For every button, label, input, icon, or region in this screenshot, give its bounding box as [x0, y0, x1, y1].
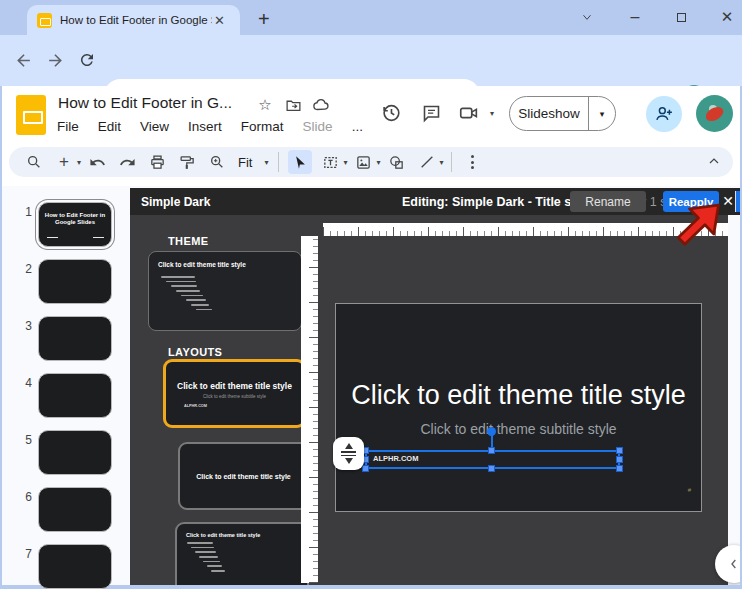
resize-handle-top-right[interactable] [616, 447, 623, 454]
toolbar-search-icon[interactable] [22, 150, 46, 174]
slideshow-caret-icon[interactable]: ▾ [589, 109, 615, 119]
filmstrip-slide-6[interactable] [38, 487, 112, 532]
forward-icon[interactable] [44, 49, 66, 71]
layout2-title: Click to edit theme title style [180, 473, 307, 480]
layout-section-header[interactable]: Click to edit theme title style [178, 442, 309, 510]
new-slide-plus-icon[interactable]: + [52, 150, 76, 174]
slide1-footer-dash [47, 237, 58, 239]
document-title[interactable]: How to Edit Footer in G... [58, 94, 232, 112]
reorder-stepper-widget[interactable] [333, 437, 364, 470]
browser-titlebar: How to Edit Footer in Google Slid ✕ + – … [0, 0, 742, 35]
select-tool-icon[interactable] [288, 150, 312, 174]
window-menu-chevron-icon[interactable] [572, 4, 602, 30]
theme-title-placeholder[interactable]: Click to edit theme title style [336, 380, 701, 411]
filmstrip-slide-7[interactable] [38, 544, 112, 589]
zoom-fit-label[interactable]: Fit [238, 155, 252, 170]
footer-text[interactable]: ALPHR.COM [373, 454, 418, 463]
resize-handle-bottom-right[interactable] [616, 465, 623, 472]
menu-file[interactable]: File [57, 119, 79, 134]
insert-image-caret-icon[interactable]: ▾ [377, 158, 381, 167]
master-thumb-bullets [161, 276, 212, 314]
menu-slide[interactable]: Slide [303, 119, 333, 134]
browser-toolbar: https://docs.google.com/presentation/d/1… [0, 35, 742, 86]
layout-title-and-body[interactable]: Click to edit theme title style [175, 522, 309, 585]
browser-tab[interactable]: How to Edit Footer in Google Slid ✕ [27, 5, 240, 35]
insert-shape-icon[interactable] [385, 150, 409, 174]
filmstrip-slide-4[interactable] [38, 373, 112, 418]
layout3-bullets [187, 542, 225, 575]
redo-icon[interactable] [115, 150, 139, 174]
toolbar-divider [278, 152, 279, 172]
resize-handle-bottom-left[interactable] [362, 465, 369, 472]
layout1-subtitle: Click to edit theme subtitle style [166, 394, 303, 399]
new-tab-button[interactable]: + [258, 8, 270, 31]
filmstrip-slide-5[interactable] [38, 430, 112, 475]
slideshow-button[interactable]: Slideshow ▾ [509, 96, 616, 131]
undo-icon[interactable] [85, 150, 109, 174]
filmstrip-slide-1[interactable]: How to Edit Footer in Google Slides [38, 202, 112, 247]
toolbar-more-icon[interactable] [461, 150, 485, 174]
share-person-add-button[interactable] [646, 96, 682, 132]
insert-line-icon[interactable] [415, 150, 439, 174]
menu-edit[interactable]: Edit [98, 119, 121, 134]
text-box-caret-icon[interactable]: ▾ [343, 158, 347, 167]
master-thumb-title: Click to edit theme title style [158, 261, 301, 268]
tab-title: How to Edit Footer in Google Slid [60, 14, 212, 26]
window-maximize-button[interactable] [666, 4, 696, 30]
layout1-footer: ALPHR.COM [184, 404, 303, 408]
insert-image-icon[interactable] [352, 150, 376, 174]
print-icon[interactable] [145, 150, 169, 174]
menu-view[interactable]: View [140, 119, 169, 134]
rename-button[interactable]: Rename [570, 191, 646, 212]
slides-favicon-icon [37, 13, 52, 28]
workspace: 1 How to Edit Footer in Google Slides 2 … [2, 186, 740, 585]
star-document-icon[interactable]: ☆ [255, 95, 275, 115]
clipped-blue-button-fragment [735, 191, 740, 212]
resize-handle-bottom-center[interactable] [488, 465, 495, 472]
move-folder-icon[interactable] [283, 95, 303, 115]
reload-icon[interactable] [76, 49, 98, 71]
insert-line-caret-icon[interactable]: ▾ [440, 158, 444, 167]
camera-dropdown-caret-icon[interactable]: ▾ [477, 98, 507, 128]
slides-toolbar: + ▾ Fit ▾ ▾ ▾ [2, 145, 740, 186]
theme-section-heading: THEME [168, 235, 209, 247]
menu-format[interactable]: Format [241, 119, 284, 134]
paint-format-icon[interactable] [175, 150, 199, 174]
resize-handle-top-center[interactable] [488, 447, 495, 454]
menu-insert[interactable]: Insert [188, 119, 222, 134]
comments-icon[interactable] [416, 98, 446, 128]
slide-number: 3 [16, 319, 32, 333]
filmstrip-slide-3[interactable] [38, 316, 112, 361]
zoom-fit-caret-icon[interactable]: ▾ [264, 158, 268, 167]
slide-number: 6 [16, 490, 32, 504]
theme-editor: Simple Dark Editing: Simple Dark - Title… [130, 188, 740, 585]
text-box-icon[interactable] [318, 150, 342, 174]
step-down-icon[interactable] [345, 458, 353, 464]
annotation-red-arrow [671, 195, 729, 251]
filmstrip-slide-2[interactable] [38, 259, 112, 304]
master-theme-thumbnail[interactable]: Click to edit theme title style [148, 251, 302, 331]
version-history-icon[interactable] [376, 98, 406, 128]
step-up-icon[interactable] [345, 443, 353, 449]
back-icon[interactable] [12, 49, 34, 71]
theme-subtitle-placeholder[interactable]: Click to edit theme subtitle style [336, 421, 701, 437]
account-avatar[interactable] [696, 95, 733, 132]
slide-canvas[interactable]: Click to edit theme title style Click to… [335, 303, 702, 512]
theme-name: Simple Dark [141, 195, 210, 209]
cloud-status-icon[interactable] [311, 95, 331, 115]
window-close-button[interactable]: ✕ [712, 4, 742, 30]
zoom-in-icon[interactable] [205, 150, 229, 174]
collapse-panel-button[interactable] [715, 545, 740, 583]
resize-handle-mid-right[interactable] [616, 456, 623, 463]
collapse-menus-icon[interactable] [706, 153, 722, 169]
layout-title-slide-selected[interactable]: Click to edit theme title style Click to… [163, 359, 306, 428]
window-minimize-button[interactable]: – [620, 4, 650, 30]
slide-number: 7 [16, 547, 32, 561]
menu-overflow[interactable]: ... [352, 119, 363, 134]
new-slide-caret-icon[interactable]: ▾ [77, 158, 81, 167]
toolbar-divider-2 [451, 152, 452, 172]
rotation-handle[interactable] [487, 427, 496, 436]
tab-close-icon[interactable]: ✕ [214, 13, 225, 28]
theme-editor-bar: Simple Dark Editing: Simple Dark - Title… [130, 188, 740, 215]
google-slides-logo-icon[interactable] [16, 95, 46, 135]
